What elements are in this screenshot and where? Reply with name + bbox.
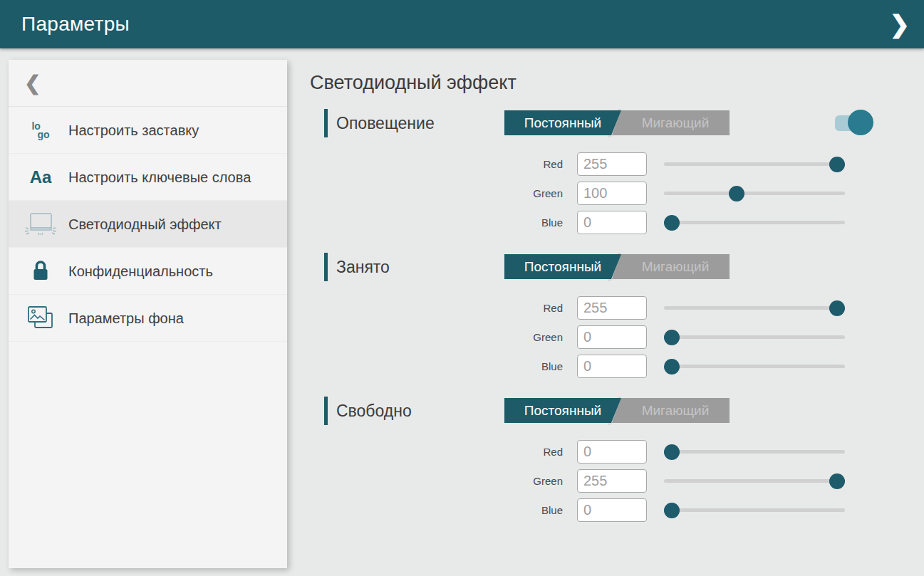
section-label: Оповещение (336, 110, 435, 136)
blue-slider[interactable] (664, 503, 845, 518)
forward-chevron-icon[interactable]: ❯ (890, 9, 910, 40)
content-title: Светодиодный эффект (310, 72, 924, 94)
back-chevron-icon: ❮ (24, 71, 41, 95)
slider-thumb[interactable] (729, 186, 744, 201)
slider-track (664, 306, 845, 310)
green-value-input[interactable] (577, 469, 647, 493)
slider-thumb[interactable] (664, 330, 680, 345)
mode-option-blinking[interactable]: Мигающий (621, 110, 730, 135)
channel-row-blue: Blue (310, 210, 924, 235)
notification-enabled-switch[interactable] (835, 109, 873, 136)
channel-row-red: Red (310, 152, 924, 177)
sidebar: ❮ logo Настроить заставку Aa Настроить к… (9, 60, 287, 568)
slider-thumb[interactable] (829, 473, 845, 489)
channel-label: Blue (310, 504, 563, 516)
slider-thumb[interactable] (664, 359, 680, 375)
mode-option-constant[interactable]: Постоянный (504, 398, 621, 423)
red-value-input[interactable] (577, 296, 647, 320)
page-title: Параметры (21, 13, 130, 36)
sidebar-item-privacy[interactable]: Конфиденциальность (9, 248, 287, 295)
sidebar-item-label: Конфиденциальность (68, 262, 213, 281)
channel-row-green: Green (310, 325, 924, 350)
slider-track (664, 192, 845, 195)
channel-row-green: Green (310, 181, 924, 206)
channel-row-red: Red (310, 439, 924, 464)
section-accent-bar (324, 397, 328, 425)
background-image-icon (24, 305, 57, 331)
channel-row-green: Green (310, 468, 924, 493)
section-notification: Оповещение Мигающий Постоянный Red (310, 110, 924, 235)
channel-label: Green (310, 187, 563, 199)
channel-label: Red (310, 446, 563, 458)
mode-option-constant[interactable]: Постоянный (504, 254, 621, 279)
logo-icon: logo (24, 122, 57, 139)
sidebar-item-screensaver[interactable]: logo Настроить заставку (9, 107, 287, 154)
mode-toggle[interactable]: Мигающий Постоянный (504, 254, 730, 279)
blue-slider[interactable] (664, 359, 845, 375)
slider-track (664, 335, 845, 339)
red-slider[interactable] (664, 300, 845, 316)
keywords-icon: Aa (24, 169, 57, 186)
mode-option-blinking[interactable]: Мигающий (621, 398, 730, 423)
slider-thumb[interactable] (664, 215, 680, 231)
slider-thumb[interactable] (829, 300, 845, 316)
sidebar-item-label: Настроить ключевые слова (68, 168, 251, 187)
green-value-input[interactable] (577, 182, 647, 205)
main-content: Светодиодный эффект Оповещение Мигающий … (310, 48, 924, 576)
sidebar-item-keywords[interactable]: Aa Настроить ключевые слова (9, 154, 287, 201)
section-accent-bar (324, 109, 328, 137)
slider-track (664, 221, 845, 224)
channel-label: Blue (310, 360, 563, 372)
channel-row-blue: Blue (310, 354, 924, 379)
channel-label: Green (310, 331, 563, 343)
channel-row-blue: Blue (310, 498, 924, 523)
slider-track (664, 508, 845, 512)
section-label: Занято (336, 254, 390, 280)
mode-option-blinking[interactable]: Мигающий (621, 254, 730, 279)
sidebar-item-label: Параметры фона (68, 309, 184, 328)
channel-label: Red (310, 302, 563, 314)
blue-value-input[interactable] (577, 211, 647, 234)
green-slider[interactable] (664, 330, 845, 345)
slider-track (664, 162, 845, 166)
slider-thumb[interactable] (664, 444, 680, 460)
red-value-input[interactable] (577, 152, 647, 176)
settings-window: Параметры ❯ ❮ logo Настроить заставку Aa… (0, 0, 924, 576)
green-value-input[interactable] (577, 325, 647, 349)
led-effect-icon (24, 212, 57, 236)
sidebar-item-led-effect[interactable]: Светодиодный эффект (9, 201, 287, 248)
channel-label: Green (310, 475, 563, 487)
section-free: Свободно Мигающий Постоянный Red (310, 398, 924, 523)
slider-thumb[interactable] (664, 503, 680, 518)
red-slider[interactable] (664, 157, 845, 172)
red-value-input[interactable] (577, 440, 647, 464)
lock-icon (24, 260, 57, 283)
slider-track (664, 365, 845, 368)
green-slider[interactable] (664, 473, 845, 489)
mode-option-constant[interactable]: Постоянный (504, 110, 621, 135)
channel-label: Red (310, 158, 563, 170)
channel-label: Blue (310, 216, 563, 229)
red-slider[interactable] (664, 444, 845, 460)
section-label: Свободно (336, 398, 412, 424)
blue-value-input[interactable] (577, 498, 647, 522)
sidebar-back-button[interactable]: ❮ (9, 60, 287, 107)
sidebar-item-background[interactable]: Параметры фона (9, 295, 287, 342)
sidebar-item-label: Светодиодный эффект (68, 215, 222, 234)
slider-thumb[interactable] (829, 157, 845, 172)
section-busy: Занято Мигающий Постоянный Red (310, 254, 924, 379)
slider-track (664, 450, 845, 454)
blue-value-input[interactable] (577, 355, 647, 378)
app-bar: Параметры ❯ (0, 0, 924, 48)
blue-slider[interactable] (664, 215, 845, 231)
switch-thumb[interactable] (848, 110, 873, 135)
channel-row-red: Red (310, 295, 924, 320)
mode-toggle[interactable]: Мигающий Постоянный (504, 110, 730, 135)
slider-track (664, 479, 845, 483)
section-accent-bar (324, 253, 328, 281)
green-slider[interactable] (664, 186, 845, 201)
sidebar-item-label: Настроить заставку (68, 121, 199, 140)
mode-toggle[interactable]: Мигающий Постоянный (504, 398, 730, 423)
